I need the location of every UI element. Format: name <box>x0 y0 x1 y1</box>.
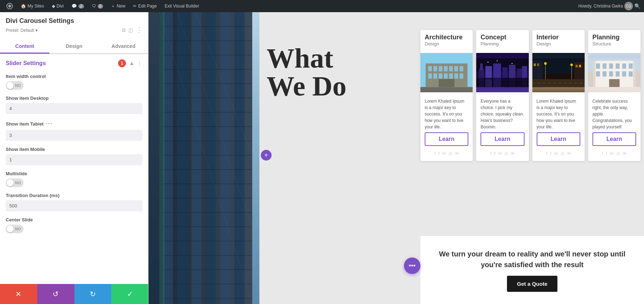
collapse-icon[interactable]: ▲ <box>129 60 135 67</box>
show-desktop-input[interactable] <box>6 103 142 114</box>
exit-builder-button[interactable]: Exit Visual Builder <box>162 0 202 12</box>
multislide-toggle-switch[interactable]: NO <box>6 178 24 187</box>
section-more-icon[interactable]: ⋮ <box>137 60 142 67</box>
dots-fab[interactable]: ••• <box>404 258 420 274</box>
add-element-fab[interactable]: + <box>261 150 272 161</box>
learn-btn-2[interactable]: Learn <box>480 132 524 146</box>
card-desc-3: Lorem Khaled Ipsum is a major key to suc… <box>537 98 580 130</box>
show-mobile-input[interactable] <box>6 154 142 165</box>
card-concept: Concept Planning <box>476 30 528 161</box>
svg-rect-85 <box>596 63 600 69</box>
tab-design[interactable]: Design <box>49 40 99 54</box>
redo-button[interactable]: ↻ <box>74 284 112 304</box>
comments-link[interactable]: 💬 2 <box>69 0 87 12</box>
balloon-link[interactable]: 🗨 0 <box>89 0 106 12</box>
instagram-icon-1[interactable]: ◎ <box>449 151 452 156</box>
expand-icon[interactable]: ◫ <box>128 27 133 33</box>
svg-rect-93 <box>609 71 613 77</box>
minimize-icon[interactable]: ⧉ <box>122 27 126 33</box>
edit-page-button[interactable]: ✏ Edit Page <box>130 0 160 12</box>
divi-icon: ◆ <box>52 4 55 9</box>
hero-line2: We Do <box>267 72 346 100</box>
svg-rect-91 <box>596 71 600 77</box>
linkedin-icon-3[interactable]: in <box>554 151 557 156</box>
facebook-icon-3[interactable]: f <box>546 151 547 156</box>
instagram-icon-3[interactable]: ◎ <box>561 151 564 156</box>
save-button[interactable]: ✓ <box>111 284 148 304</box>
show-mobile-label: Show item Mobile <box>6 147 142 152</box>
new-button[interactable]: ＋ New <box>108 0 128 12</box>
learn-btn-1[interactable]: Learn <box>425 132 468 146</box>
svg-rect-86 <box>602 63 606 69</box>
card-social-2: f t in ◎ ✉ <box>480 151 524 157</box>
show-tablet-input[interactable] <box>6 130 142 141</box>
field-show-desktop: Show item Desktop <box>0 93 148 117</box>
tab-content[interactable]: Content <box>0 40 49 54</box>
section-title: Slider Settings <box>6 60 115 67</box>
card-desc-area-2: Everyone has a choice. I pick my choice,… <box>476 92 528 161</box>
card-desc-area-3: Lorem Khaled Ipsum is a major key to suc… <box>532 92 585 161</box>
twitter-icon-1[interactable]: t <box>438 151 439 156</box>
facebook-icon-4[interactable]: f <box>602 151 603 156</box>
center-slide-toggle-switch[interactable]: NO <box>6 225 24 233</box>
field-transition-duration: Transition Duration (ms) <box>0 190 148 214</box>
svg-rect-40 <box>449 66 453 72</box>
hero-text: What We Do <box>267 44 346 100</box>
learn-btn-3[interactable]: Learn <box>537 132 580 146</box>
card-desc-4: Celebrate success right, the only way, a… <box>592 98 636 130</box>
more-icon[interactable]: ⋮ <box>136 26 142 34</box>
twitter-icon-2[interactable]: t <box>494 151 496 156</box>
email-icon-4[interactable]: ✉ <box>623 151 626 156</box>
toggle-no-label: NO <box>15 83 21 88</box>
email-icon-2[interactable]: ✉ <box>511 151 514 156</box>
transition-duration-input[interactable] <box>6 200 142 211</box>
section-badge: 1 <box>118 59 126 67</box>
twitter-icon-3[interactable]: t <box>550 151 551 156</box>
instagram-icon-4[interactable]: ◎ <box>616 151 620 156</box>
avatar[interactable]: CG <box>624 2 633 10</box>
learn-btn-4[interactable]: Learn <box>592 132 636 146</box>
card-body-1: Architecture Design <box>420 30 473 53</box>
svg-rect-4 <box>177 12 187 304</box>
twitter-icon-4[interactable]: t <box>606 151 607 156</box>
center-slide-toggle[interactable]: NO <box>6 225 142 233</box>
svg-rect-54 <box>480 63 483 70</box>
linkedin-icon-1[interactable]: in <box>443 151 446 156</box>
email-icon-1[interactable]: ✉ <box>455 151 459 156</box>
card-image-2 <box>476 53 528 92</box>
undo-button[interactable]: ↺ <box>37 284 74 304</box>
instagram-icon-2[interactable]: ◎ <box>504 151 508 156</box>
facebook-icon-2[interactable]: f <box>490 151 491 156</box>
svg-rect-67 <box>493 79 501 87</box>
center-slide-no-label: NO <box>15 227 21 231</box>
tablet-dots-menu[interactable]: ⋮ <box>45 121 53 127</box>
field-show-tablet: Show item Tablet ⋮ <box>0 117 148 144</box>
quote-button[interactable]: Get a Quote <box>507 276 557 292</box>
svg-rect-46 <box>444 73 448 79</box>
svg-rect-8 <box>234 12 244 304</box>
card-interior: Interior Design <box>532 30 585 161</box>
wp-logo[interactable] <box>4 0 16 12</box>
linkedin-icon-2[interactable]: in <box>498 151 502 156</box>
panel-preset[interactable]: Preset: Default ▾ <box>6 28 38 33</box>
linkedin-icon-4[interactable]: in <box>610 151 614 156</box>
field-item-width-control: Item width control NO <box>0 71 148 93</box>
item-width-toggle-switch[interactable]: NO <box>6 81 24 90</box>
card-title-1: Architecture <box>425 34 468 41</box>
exit-builder-label: Exit Visual Builder <box>165 4 199 9</box>
divi-link[interactable]: ◆ Divi <box>49 0 67 12</box>
svg-rect-43 <box>428 73 432 79</box>
item-width-toggle[interactable]: NO <box>6 81 142 90</box>
cancel-button[interactable]: ✕ <box>0 284 37 304</box>
search-icon[interactable]: 🔍 <box>634 3 640 9</box>
multislide-toggle[interactable]: NO <box>6 178 142 187</box>
card-subtitle-4: Structure <box>592 41 636 46</box>
tab-advanced[interactable]: Advanced <box>99 40 148 54</box>
my-sites-label: My Sites <box>28 4 44 9</box>
my-sites-link[interactable]: 🏠 My Sites <box>18 0 47 12</box>
svg-rect-39 <box>444 66 448 72</box>
settings-panel: Divi Carousel Settings Preset: Default ▾… <box>0 12 148 304</box>
facebook-icon-1[interactable]: f <box>434 151 435 156</box>
email-icon-3[interactable]: ✉ <box>567 151 571 156</box>
svg-rect-41 <box>454 66 458 72</box>
